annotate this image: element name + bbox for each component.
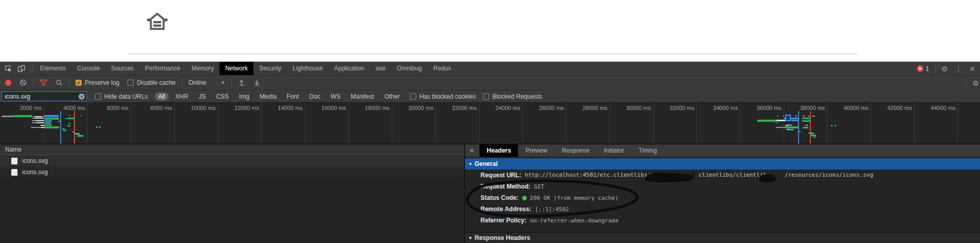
request-method-value: GET (534, 183, 544, 190)
tab-lighthouse[interactable]: Lighthouse (287, 62, 329, 75)
triangle-expanded-icon: ▾ (469, 161, 472, 166)
waterfall-bar (32, 122, 37, 123)
filter-type-js[interactable]: JS (195, 92, 209, 101)
remote-address-label: Remote Address: (480, 205, 531, 213)
filter-type-media[interactable]: Media (256, 92, 280, 101)
close-devtools-icon[interactable]: ✕ (969, 65, 975, 73)
blocked-requests-checkbox[interactable]: Blocked Requests (483, 93, 542, 100)
has-blocked-cookies-label: Has blocked cookies (419, 93, 476, 100)
blocked-requests-label: Blocked Requests (492, 93, 542, 100)
import-har-icon[interactable] (238, 79, 245, 86)
network-filterbar: icons.svg ✕ Hide data URLs AllXHRJSCSSIm… (0, 90, 980, 103)
requests-list-pane: Name icons.svgicons.svg (0, 144, 464, 243)
timeline-gridline (914, 103, 915, 144)
filter-funnel-icon[interactable] (40, 79, 47, 86)
waterfall-bar (785, 126, 798, 128)
timeline-tick-label: 4000 ms (45, 105, 85, 111)
request-row[interactable]: icons.svg (0, 155, 464, 166)
request-url-value: http://localhost:4502/etc.clientlibs/cli… (525, 172, 873, 179)
filter-type-font[interactable]: Font (283, 92, 303, 101)
network-conditions-gear-icon[interactable]: ⚙ (972, 79, 979, 87)
file-icon (11, 169, 17, 176)
tab-redux[interactable]: Redux (428, 62, 457, 75)
close-details-icon[interactable]: ✕ (465, 147, 479, 154)
tab-memory[interactable]: Memory (186, 62, 219, 75)
search-icon[interactable] (56, 79, 63, 86)
inspect-element-icon[interactable] (5, 65, 12, 72)
waterfall-bar (37, 122, 44, 123)
timeline-gridline (566, 103, 566, 144)
selected-request-marker (785, 115, 791, 121)
general-section-header[interactable]: ▾ General (465, 158, 980, 170)
filter-type-xhr[interactable]: XHR (172, 92, 192, 101)
waterfall-bar (805, 125, 808, 126)
waterfall-bar (81, 115, 82, 116)
details-tab-timing[interactable]: Timing (632, 144, 664, 157)
details-tab-headers[interactable]: Headers (479, 144, 518, 157)
divider (182, 79, 182, 87)
preserve-log-label: Preserve log (85, 79, 119, 86)
timeline-gridline (522, 103, 523, 144)
filter-type-css[interactable]: CSS (212, 92, 232, 101)
tab-console[interactable]: Console (71, 62, 105, 75)
timeline-gridline (348, 103, 349, 144)
waterfall-bar (778, 122, 779, 123)
clear-network-log-icon[interactable] (20, 79, 27, 86)
tab-elements[interactable]: Elements (34, 62, 71, 75)
timeline-gridline (87, 103, 87, 144)
throttling-dropdown[interactable]: Online ▼ (189, 79, 226, 86)
filter-input[interactable]: icons.svg ✕ (2, 91, 87, 101)
export-har-icon[interactable] (253, 79, 261, 86)
tab-sources[interactable]: Sources (105, 62, 139, 75)
has-blocked-cookies-checkbox[interactable]: Has blocked cookies (410, 93, 476, 100)
waterfall-bar (65, 118, 67, 119)
redaction-blob (767, 172, 785, 179)
waterfall-bar (45, 126, 59, 128)
tab-network[interactable]: Network (219, 62, 253, 75)
waterfall-bar (36, 120, 44, 121)
error-count-badge[interactable]: ✕ 1 (917, 65, 929, 72)
filter-type-all[interactable]: All (155, 92, 169, 101)
timeline-tick-label: 10000 ms (176, 105, 216, 111)
tab-security[interactable]: Security (253, 62, 287, 75)
tab-application[interactable]: Application (328, 62, 370, 75)
filter-type-other[interactable]: Other (381, 92, 403, 101)
clear-filter-icon[interactable]: ✕ (79, 94, 85, 100)
details-tab-initiator[interactable]: Initiator (597, 144, 631, 157)
device-toolbar-icon[interactable] (17, 65, 25, 72)
timeline-gridline (44, 103, 44, 144)
hide-data-urls-label: Hide data URLs (104, 93, 148, 100)
home-menu-icon[interactable] (145, 10, 169, 32)
filter-type-ws[interactable]: WS (327, 92, 344, 101)
filter-type-doc[interactable]: Doc (306, 92, 324, 101)
response-headers-section-header[interactable]: ▾ Response Headers (465, 232, 980, 243)
filter-type-manifest[interactable]: Manifest (347, 92, 378, 101)
filter-type-img[interactable]: Img (235, 92, 253, 101)
waterfall-bar (96, 126, 98, 128)
waterfall-bar (68, 123, 70, 124)
tab-axe[interactable]: axe (370, 62, 391, 75)
disable-cache-checkbox[interactable]: Disable cache (127, 79, 175, 86)
kebab-menu-icon[interactable]: ⋮ (955, 65, 962, 73)
record-network-log-button[interactable] (5, 80, 11, 86)
request-method-row: Request Method: GET (465, 181, 980, 192)
settings-gear-icon[interactable]: ⚙ (941, 65, 948, 73)
waterfall-bar (45, 124, 52, 126)
timeline-gridline (131, 103, 131, 144)
waterfall-bar (808, 116, 809, 117)
timeline-gridline (392, 103, 392, 144)
timeline-tick-label: 20000 ms (393, 105, 433, 111)
hide-data-urls-checkbox[interactable]: Hide data URLs (95, 93, 148, 100)
page-divider-line (128, 53, 857, 54)
request-row[interactable]: icons.svg (0, 166, 464, 178)
tab-omnibug[interactable]: Omnibug (391, 62, 428, 75)
triangle-expanded-icon: ▾ (469, 235, 472, 240)
details-tab-preview[interactable]: Preview (518, 144, 554, 157)
network-overview-timeline[interactable]: 2000 ms4000 ms6000 ms8000 ms10000 ms1200… (0, 103, 980, 144)
preserve-log-checkbox[interactable]: ✓ Preserve log (76, 79, 119, 86)
details-tab-response[interactable]: Response (554, 144, 597, 157)
tab-performance[interactable]: Performance (139, 62, 186, 75)
timeline-tick-label: 30000 ms (611, 105, 651, 111)
timeline-gridline (871, 103, 871, 144)
name-column-header[interactable]: Name (0, 144, 464, 155)
